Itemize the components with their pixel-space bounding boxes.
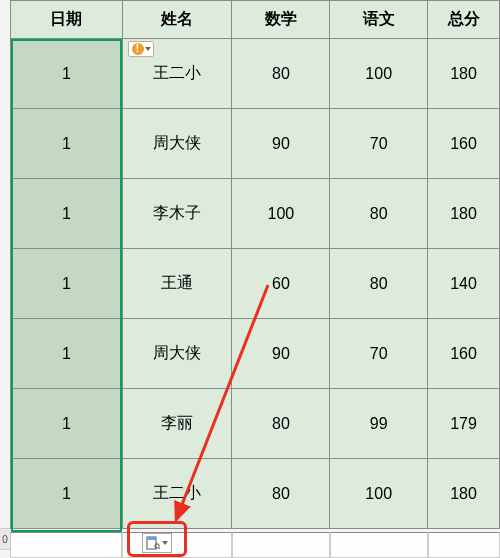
empty-cell[interactable] (330, 532, 428, 558)
cell-chinese[interactable]: 99 (330, 389, 428, 459)
cell-math[interactable]: 60 (232, 249, 330, 319)
cell-total[interactable]: 160 (428, 109, 500, 179)
cell-name[interactable]: 李丽 (122, 389, 232, 459)
cell-math[interactable]: 80 (232, 459, 330, 529)
table-row: 1 周大侠 90 70 160 (11, 109, 500, 179)
cell-math[interactable]: 100 (232, 179, 330, 249)
empty-cell[interactable] (428, 532, 500, 558)
svg-rect-1 (147, 537, 156, 540)
empty-cell[interactable] (10, 532, 122, 558)
svg-line-3 (159, 548, 161, 550)
cell-math[interactable]: 80 (232, 39, 330, 109)
cell-name[interactable]: 周大侠 (122, 319, 232, 389)
cell-chinese[interactable]: 70 (330, 109, 428, 179)
cell-math[interactable]: 80 (232, 389, 330, 459)
empty-cell[interactable] (122, 532, 232, 558)
warning-icon: ! (132, 43, 144, 55)
cell-math[interactable]: 90 (232, 109, 330, 179)
cell-date[interactable]: 1 (11, 459, 123, 529)
header-row: 日期 姓名 数学 语文 总分 (11, 1, 500, 39)
table-row: 1 王二小 80 100 180 (11, 459, 500, 529)
cell-total[interactable]: 179 (428, 389, 500, 459)
empty-row (10, 532, 500, 558)
header-chinese[interactable]: 语文 (330, 1, 428, 39)
header-date[interactable]: 日期 (11, 1, 123, 39)
table-row: 1 王通 60 80 140 (11, 249, 500, 319)
table-row: 1 李丽 80 99 179 (11, 389, 500, 459)
paste-options-button[interactable] (142, 533, 172, 553)
cell-name[interactable]: 李木子 (122, 179, 232, 249)
cell-date[interactable]: 1 (11, 249, 123, 319)
cell-date[interactable]: 1 (11, 389, 123, 459)
cell-total[interactable]: 180 (428, 179, 500, 249)
cell-total[interactable]: 160 (428, 319, 500, 389)
chevron-down-icon (145, 47, 151, 51)
cell-math[interactable]: 90 (232, 319, 330, 389)
header-name[interactable]: 姓名 (122, 1, 232, 39)
paste-options-icon (146, 536, 160, 550)
cell-total[interactable]: 180 (428, 39, 500, 109)
cell-chinese[interactable]: 70 (330, 319, 428, 389)
cell-date[interactable]: 1 (11, 319, 123, 389)
cell-chinese[interactable]: 100 (330, 459, 428, 529)
empty-cell[interactable] (232, 532, 330, 558)
cell-date[interactable]: 1 (11, 109, 123, 179)
cell-chinese[interactable]: 80 (330, 249, 428, 319)
table-row: 1 王二小 80 100 180 (11, 39, 500, 109)
cell-chinese[interactable]: 100 (330, 39, 428, 109)
cell-chinese[interactable]: 80 (330, 179, 428, 249)
header-total[interactable]: 总分 (428, 1, 500, 39)
error-smart-tag[interactable]: ! (128, 41, 154, 57)
cell-date[interactable]: 1 (11, 39, 123, 109)
spreadsheet-table[interactable]: 日期 姓名 数学 语文 总分 1 王二小 80 100 180 1 周大侠 90… (10, 0, 500, 529)
cell-total[interactable]: 140 (428, 249, 500, 319)
table-row: 1 周大侠 90 70 160 (11, 319, 500, 389)
header-math[interactable]: 数学 (232, 1, 330, 39)
row-header-stub[interactable]: 0 (0, 528, 10, 550)
table-row: 1 李木子 100 80 180 (11, 179, 500, 249)
cell-name[interactable]: 王二小 (122, 459, 232, 529)
cell-name[interactable]: 周大侠 (122, 109, 232, 179)
cell-name[interactable]: 王通 (122, 249, 232, 319)
cell-total[interactable]: 180 (428, 459, 500, 529)
chevron-down-icon (162, 541, 168, 545)
cell-date[interactable]: 1 (11, 179, 123, 249)
